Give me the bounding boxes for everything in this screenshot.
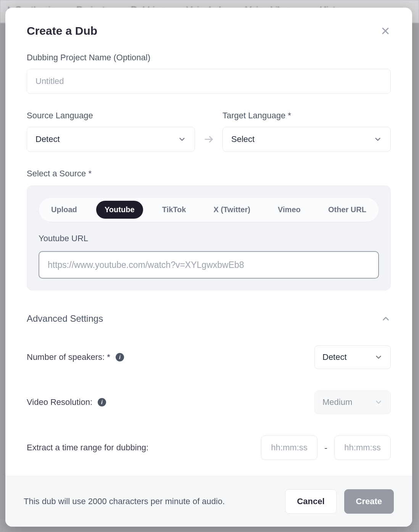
modal-title: Create a Dub <box>27 24 97 37</box>
chevron-down-icon <box>374 353 383 361</box>
source-language-value: Detect <box>35 134 60 144</box>
time-range-row: Extract a time range for dubbing: - <box>27 435 391 460</box>
source-language-select[interactable]: Detect <box>27 127 195 152</box>
create-button[interactable]: Create <box>344 489 394 514</box>
cancel-button[interactable]: Cancel <box>285 489 336 514</box>
chevron-down-icon <box>374 398 383 406</box>
target-language-label: Target Language * <box>222 111 391 121</box>
close-icon <box>380 26 391 36</box>
tab-youtube[interactable]: Youtube <box>96 201 143 219</box>
info-icon[interactable]: i <box>98 398 106 406</box>
resolution-row: Video Resolution: i Medium <box>27 390 391 414</box>
target-language-col: Target Language * Select <box>222 111 391 152</box>
create-dub-modal: Create a Dub Dubbing Project Name (Optio… <box>5 8 412 527</box>
modal-header: Create a Dub <box>5 8 412 45</box>
source-language-col: Source Language Detect <box>27 111 195 152</box>
resolution-value: Medium <box>322 397 352 407</box>
tab-vimeo[interactable]: Vimeo <box>269 201 309 219</box>
resolution-label: Video Resolution: <box>27 397 92 407</box>
time-end-input[interactable] <box>334 435 391 460</box>
speakers-label: Number of speakers: * <box>27 352 110 362</box>
source-card: Upload Youtube TikTok X (Twitter) Vimeo … <box>27 185 391 290</box>
modal-footer: This dub will use 2000 characters per mi… <box>5 476 412 527</box>
tab-tiktok[interactable]: TikTok <box>154 201 195 219</box>
source-language-label: Source Language <box>27 111 195 121</box>
arrow-icon <box>203 127 214 152</box>
target-language-value: Select <box>231 134 255 144</box>
time-range-dash: - <box>324 442 327 453</box>
close-button[interactable] <box>380 26 391 36</box>
time-start-input[interactable] <box>261 435 317 460</box>
project-name-input[interactable] <box>27 69 391 94</box>
resolution-select[interactable]: Medium <box>314 390 391 414</box>
advanced-settings-toggle[interactable]: Advanced Settings <box>27 313 391 324</box>
youtube-url-input[interactable] <box>39 251 379 279</box>
project-name-label: Dubbing Project Name (Optional) <box>27 53 391 63</box>
footer-text: This dub will use 2000 characters per mi… <box>24 497 225 506</box>
target-language-select[interactable]: Select <box>222 127 391 152</box>
chevron-up-icon <box>381 314 391 324</box>
tab-other-url[interactable]: Other URL <box>320 201 375 219</box>
speakers-value: Detect <box>322 352 347 362</box>
tab-twitter[interactable]: X (Twitter) <box>205 201 259 219</box>
footer-buttons: Cancel Create <box>285 489 394 514</box>
chevron-down-icon <box>178 135 186 143</box>
language-row: Source Language Detect Target Language *… <box>27 111 391 152</box>
speakers-select[interactable]: Detect <box>314 345 391 369</box>
time-range-inputs: - <box>261 435 391 460</box>
select-source-label: Select a Source * <box>27 169 391 179</box>
info-icon[interactable]: i <box>116 353 124 361</box>
time-range-label: Extract a time range for dubbing: <box>27 443 148 453</box>
source-tabs: Upload Youtube TikTok X (Twitter) Vimeo … <box>39 197 379 222</box>
modal-body: Dubbing Project Name (Optional) Source L… <box>5 45 412 476</box>
speakers-row: Number of speakers: * i Detect <box>27 345 391 369</box>
advanced-settings-label: Advanced Settings <box>27 313 103 324</box>
tab-upload[interactable]: Upload <box>43 201 85 219</box>
youtube-url-label: Youtube URL <box>39 234 379 243</box>
chevron-down-icon <box>374 135 382 143</box>
